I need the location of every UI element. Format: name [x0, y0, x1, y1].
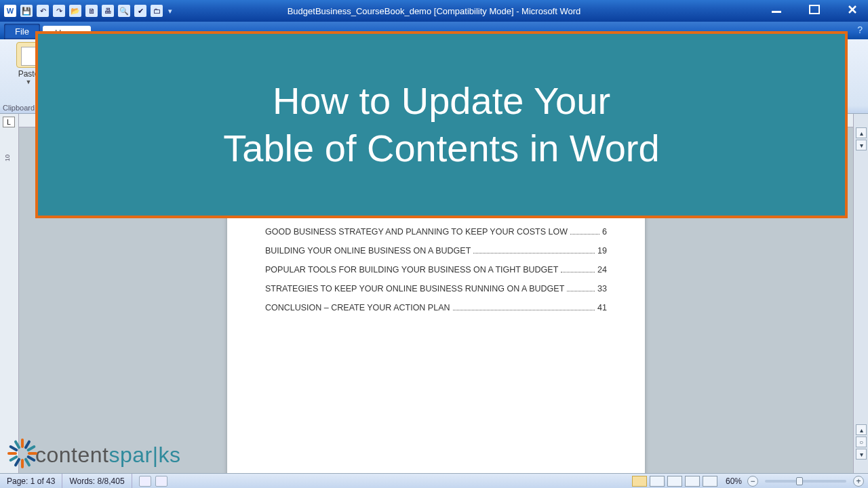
close-button[interactable] [840, 3, 865, 16]
qat-undo-icon[interactable]: ↶ [37, 5, 49, 17]
toc-entry[interactable]: BUILDING YOUR ONLINE BUSINESS ON A BUDGE… [265, 246, 607, 256]
status-right-cluster: 60% − + [632, 474, 864, 488]
view-print-layout-button[interactable] [632, 476, 647, 487]
status-word-count[interactable]: Words: 8/8,405 [62, 474, 132, 488]
toc-entry-title: GOOD BUSINESS STRATEGY AND PLANNING TO K… [265, 227, 568, 237]
toc-entry[interactable]: POPULAR TOOLS FOR BUILDING YOUR BUSINESS… [265, 265, 607, 274]
status-proofing[interactable] [132, 474, 174, 488]
contentsparks-logo: contentspar|ks [7, 432, 181, 468]
logo-part1: content [35, 443, 108, 467]
qat-redo-icon[interactable]: ↷ [53, 5, 65, 17]
vertical-ruler[interactable]: L 10 [0, 114, 19, 473]
qat-preview-icon[interactable]: 🔍 [118, 5, 130, 17]
toc-leader-dots [570, 227, 599, 235]
toc-leader-dots [453, 303, 595, 310]
quick-access-toolbar: W 💾 ↶ ↷ 📂 🗎 🖶 🔍 ✔ 🗀 ▾ [0, 5, 174, 17]
svg-rect-0 [772, 11, 781, 13]
toc-entry[interactable]: GOOD BUSINESS STRATEGY AND PLANNING TO K… [265, 227, 607, 237]
view-draft-button[interactable] [703, 476, 717, 487]
status-page[interactable]: Page: 1 of 43 [0, 474, 62, 488]
qat-customize-icon[interactable]: ▾ [167, 5, 174, 17]
proofing-icon[interactable] [139, 476, 151, 487]
qat-new-icon[interactable]: 🗎 [85, 5, 98, 17]
logo-part2: spar [108, 443, 152, 467]
toc-entry-page: 19 [597, 246, 607, 256]
view-fullscreen-button[interactable] [650, 476, 665, 487]
qat-spell-icon[interactable]: ✔ [134, 5, 146, 17]
macro-icon[interactable] [155, 476, 167, 487]
zoom-slider-thumb[interactable] [796, 477, 803, 485]
scroll-up-icon[interactable]: ▴ [856, 127, 867, 138]
toc-leader-dots [561, 265, 595, 272]
toc-entry-page: 6 [602, 227, 607, 237]
clipboard-group-label: Clipboard [3, 104, 35, 112]
zoom-out-button[interactable]: − [747, 476, 758, 487]
toc-list: INTRODUCTION – WHY TAKE YOUR BUSINESS ON… [265, 208, 607, 312]
tab-selector[interactable]: L [3, 117, 15, 127]
logo-text: contentspar|ks [35, 443, 181, 468]
toc-entry-title: POPULAR TOOLS FOR BUILDING YOUR BUSINESS… [265, 265, 558, 274]
help-icon[interactable]: ? [857, 24, 863, 35]
logo-bar: | [153, 443, 159, 468]
toc-entry[interactable]: STRATEGIES TO KEEP YOUR ONLINE BUSINESS … [265, 284, 607, 293]
zoom-in-button[interactable]: + [853, 476, 864, 487]
toc-entry-title: BUILDING YOUR ONLINE BUSINESS ON A BUDGE… [265, 246, 471, 256]
maximize-button[interactable] [802, 3, 827, 16]
status-bar: Page: 1 of 43 Words: 8/8,405 60% − + [0, 473, 868, 488]
toc-entry-title: STRATEGIES TO KEEP YOUR ONLINE BUSINESS … [265, 284, 564, 293]
browse-object-icon[interactable]: ○ [856, 436, 867, 447]
window-controls [764, 0, 865, 22]
prev-page-icon[interactable]: ▴ [856, 424, 867, 435]
toc-leader-dots [473, 246, 595, 253]
view-outline-button[interactable] [685, 476, 700, 487]
ruler-tick: 10 [4, 155, 11, 161]
toc-leader-dots [567, 284, 595, 291]
view-web-button[interactable] [667, 476, 682, 487]
qat-quickprint-icon[interactable]: 🖶 [102, 5, 114, 17]
minimize-button[interactable] [764, 3, 789, 16]
overlay-line2: Table of Contents in Word [223, 127, 659, 169]
toc-entry-page: 24 [597, 265, 607, 274]
overlay-title: How to Update Your Table of Contents in … [223, 77, 659, 172]
logo-spark-icon [7, 432, 38, 464]
word-app-icon[interactable]: W [4, 5, 16, 17]
tutorial-title-overlay: How to Update Your Table of Contents in … [35, 31, 848, 218]
file-tab[interactable]: File [4, 24, 40, 39]
qat-open-icon[interactable]: 📂 [69, 5, 81, 17]
window-titlebar: W 💾 ↶ ↷ 📂 🗎 🖶 🔍 ✔ 🗀 ▾ BudgetBusiness_Cou… [0, 0, 868, 22]
zoom-percent[interactable]: 60% [726, 476, 742, 486]
overlay-line1: How to Update Your [273, 79, 610, 122]
logo-part3: ks [159, 443, 181, 467]
toc-entry-page: 41 [597, 303, 607, 312]
scroll-down-icon[interactable]: ▾ [856, 140, 867, 150]
qat-folder-icon[interactable]: 🗀 [151, 5, 163, 17]
svg-rect-1 [810, 5, 819, 14]
vertical-scrollbar[interactable]: ▴ ▾ ▴ ○ ▾ [853, 114, 868, 473]
zoom-slider[interactable] [765, 480, 846, 483]
toc-entry-page: 33 [597, 284, 607, 293]
next-page-icon[interactable]: ▾ [856, 449, 867, 460]
qat-save-icon[interactable]: 💾 [20, 5, 33, 17]
toc-entry[interactable]: CONCLUSION – CREATE YOUR ACTION PLAN41 [265, 303, 607, 312]
toc-entry-title: CONCLUSION – CREATE YOUR ACTION PLAN [265, 303, 450, 312]
